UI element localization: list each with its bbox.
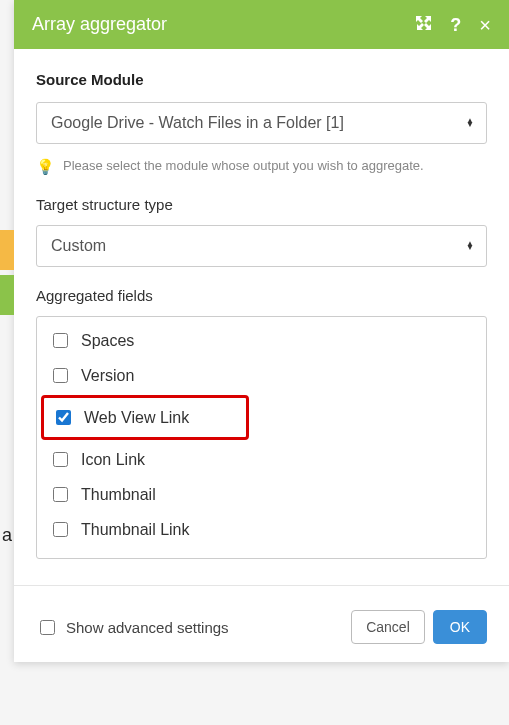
close-icon[interactable]: × [479,15,491,35]
field-label: Version [81,367,134,385]
field-checkbox[interactable] [53,333,68,348]
field-label: Thumbnail Link [81,521,190,539]
panel-header: Array aggregator ? × [14,0,509,49]
aggregated-fields-list[interactable]: SpacesVersionWeb View LinkIcon LinkThumb… [36,316,487,559]
field-label: Icon Link [81,451,145,469]
field-checkbox[interactable] [53,452,68,467]
field-checkbox[interactable] [56,410,71,425]
target-type-value: Custom [51,237,106,254]
show-advanced-checkbox[interactable] [40,620,55,635]
side-letter: a [2,525,16,565]
field-checkbox[interactable] [53,487,68,502]
field-checkbox[interactable] [53,368,68,383]
field-label: Web View Link [84,409,189,427]
aggregated-fields-label: Aggregated fields [36,287,487,304]
left-edge-tabs: a [0,0,14,725]
field-row[interactable]: Version [41,358,482,393]
source-module-label: Source Module [36,71,487,88]
expand-icon[interactable] [416,15,432,34]
show-advanced-label: Show advanced settings [66,619,229,636]
field-row[interactable]: Thumbnail [41,477,482,512]
field-row[interactable]: Thumbnail Link [41,512,482,547]
chevron-updown-icon [466,242,474,250]
ok-button[interactable]: OK [433,610,487,644]
side-tab-orange[interactable] [0,230,14,270]
show-advanced-toggle[interactable]: Show advanced settings [36,617,229,638]
target-type-select[interactable]: Custom [36,225,487,267]
source-module-select[interactable]: Google Drive - Watch Files in a Folder [… [36,102,487,144]
field-label: Thumbnail [81,486,156,504]
field-row[interactable]: Icon Link [41,442,482,477]
divider [14,585,509,586]
field-row[interactable]: Web View Link [44,400,246,435]
source-module-hint: 💡 Please select the module whose output … [36,158,487,176]
chevron-updown-icon [466,119,474,127]
field-label: Spaces [81,332,134,350]
lightbulb-icon: 💡 [36,158,55,176]
source-module-value: Google Drive - Watch Files in a Folder [… [51,114,344,131]
target-type-label: Target structure type [36,196,487,213]
help-icon[interactable]: ? [450,16,461,34]
highlight-box: Web View Link [41,395,249,440]
field-row[interactable]: Spaces [41,323,482,358]
hint-text: Please select the module whose output yo… [63,158,424,173]
side-tab-green[interactable] [0,275,14,315]
panel-title: Array aggregator [32,14,167,35]
cancel-button[interactable]: Cancel [351,610,425,644]
field-checkbox[interactable] [53,522,68,537]
